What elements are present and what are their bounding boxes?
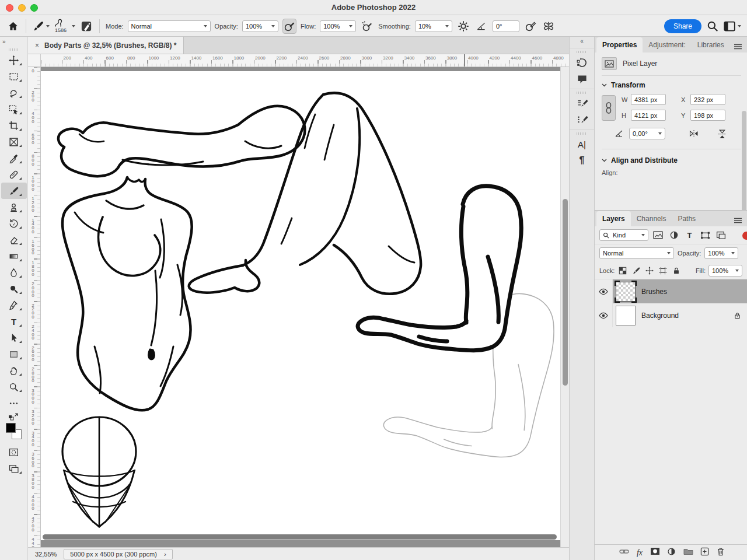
delete-layer-button[interactable] [717, 547, 725, 558]
quick-mask-button[interactable] [1, 444, 27, 460]
zoom-window-button[interactable] [30, 4, 38, 12]
tool-rectangular-marquee[interactable] [1, 68, 27, 85]
tools-grip[interactable] [9, 48, 19, 51]
smoothing-options-button[interactable] [456, 19, 470, 34]
tool-crop[interactable] [1, 117, 27, 134]
filter-kind-select[interactable]: Kind [599, 229, 648, 241]
visibility-cell[interactable] [595, 279, 613, 303]
fill-select[interactable]: 100% [708, 265, 742, 276]
tool-gradient[interactable] [1, 248, 27, 264]
x-input[interactable]: 232 px [690, 94, 725, 105]
tab-layers[interactable]: Layers [596, 211, 631, 226]
tool-eyedropper[interactable] [1, 150, 27, 166]
search-button[interactable] [706, 19, 720, 34]
horizontal-ruler[interactable]: 2004006008001000120014001600180020002200… [41, 54, 569, 67]
workspace-switcher[interactable] [724, 19, 741, 34]
tool-type[interactable]: T [1, 313, 27, 330]
lock-position-button[interactable] [644, 265, 655, 276]
layer-name[interactable]: Brushes [641, 288, 741, 296]
filter-toggle[interactable] [742, 232, 747, 240]
chevron-right-icon[interactable]: › [164, 551, 166, 558]
edit-toolbar-button[interactable] [1, 395, 27, 411]
minimize-window-button[interactable] [18, 4, 26, 12]
screen-mode-button[interactable] [1, 460, 27, 477]
tool-hand[interactable] [1, 362, 27, 379]
lock-transparency-button[interactable] [617, 265, 628, 276]
filter-shape-layers-button[interactable] [699, 229, 711, 242]
default-swap-colors[interactable] [1, 411, 27, 422]
tools-collapse-button[interactable]: » [0, 38, 27, 47]
tool-dodge[interactable] [1, 281, 27, 297]
brush-tool-preset-button[interactable] [32, 19, 50, 34]
transform-section-header[interactable]: Transform [602, 81, 741, 89]
tool-frame[interactable] [1, 134, 27, 150]
filter-type-layers-button[interactable]: T [683, 229, 696, 242]
layer-opacity-select[interactable]: 100% [704, 247, 738, 259]
ruler-corner[interactable] [28, 54, 41, 67]
home-button[interactable] [6, 19, 20, 34]
panel-menu-button[interactable] [734, 41, 742, 52]
filter-smart-objects-button[interactable] [715, 229, 727, 242]
document-info[interactable]: 5000 px x 4500 px (300 ppcm) › [64, 549, 172, 559]
tab-adjustments[interactable]: Adjustment: [643, 37, 691, 52]
vertical-ruler[interactable]: 02 0 04 0 06 0 08 0 01 0 0 01 2 0 01 4 0… [28, 67, 41, 547]
filter-pixel-layers-button[interactable] [652, 229, 664, 242]
comments-panel-button[interactable] [572, 71, 592, 87]
canvas-page[interactable] [41, 71, 560, 540]
visibility-cell[interactable] [595, 303, 613, 327]
filter-adjustment-layers-button[interactable] [668, 229, 680, 242]
brush-preset-picker[interactable]: 1586 [54, 19, 68, 34]
canvas[interactable] [41, 67, 560, 547]
blend-mode-select[interactable]: Normal [128, 20, 211, 32]
symmetry-button[interactable] [542, 19, 556, 34]
panel-grip[interactable] [577, 132, 587, 135]
add-adjustment-layer-button[interactable] [667, 547, 676, 558]
brush-angle-input[interactable]: 0° [493, 20, 519, 32]
history-panel-button[interactable] [572, 54, 592, 71]
tool-history-brush[interactable] [1, 215, 27, 232]
layer-blend-mode-select[interactable]: Normal [599, 247, 674, 259]
tool-pen[interactable] [1, 297, 27, 313]
tool-zoom[interactable] [1, 379, 27, 395]
brushes-panel-button[interactable] [572, 111, 592, 128]
brush-angle-control[interactable] [474, 19, 488, 34]
tool-move[interactable] [1, 52, 27, 68]
layer-name[interactable]: Background [641, 312, 728, 320]
tool-rectangle-shape[interactable] [1, 346, 27, 362]
foreground-color-swatch[interactable] [6, 423, 16, 433]
layer-thumbnail[interactable] [616, 306, 636, 326]
width-input[interactable]: 4381 px [631, 94, 666, 105]
panel-menu-button[interactable] [734, 215, 742, 226]
panels-collapse-button[interactable]: « [570, 38, 594, 46]
lock-artboard-button[interactable] [658, 265, 668, 276]
layer-body[interactable]: Brushes [613, 279, 747, 303]
character-panel-button[interactable]: A| [572, 136, 592, 152]
y-input[interactable]: 198 px [690, 110, 725, 121]
panel-grip[interactable] [577, 51, 587, 53]
opacity-select[interactable]: 100% [242, 20, 278, 32]
close-tab-icon[interactable]: × [35, 41, 39, 50]
tool-object-selection[interactable] [1, 101, 27, 117]
tool-eraser[interactable] [1, 232, 27, 248]
new-layer-button[interactable] [700, 547, 709, 558]
tab-channels[interactable]: Channels [631, 211, 672, 226]
align-section-header[interactable]: Align and Distribute [602, 149, 741, 164]
toggle-brush-settings-button[interactable] [79, 19, 93, 34]
tool-path-selection[interactable] [1, 330, 27, 346]
link-layers-button[interactable] [619, 547, 629, 558]
lock-all-button[interactable] [671, 265, 682, 276]
close-window-button[interactable] [6, 4, 13, 12]
tool-brush[interactable] [1, 183, 27, 199]
flow-select[interactable]: 100% [320, 20, 356, 32]
tool-clone-stamp[interactable] [1, 199, 27, 215]
rotation-select[interactable]: 0,00° [629, 128, 665, 139]
layer-body[interactable]: Background [613, 303, 747, 327]
vertical-scrollbar[interactable] [560, 67, 569, 547]
new-group-button[interactable] [683, 547, 693, 558]
smoothing-select[interactable]: 10% [415, 20, 452, 32]
tab-libraries[interactable]: Libraries [692, 37, 730, 52]
horizontal-scrollbar-thumb[interactable] [43, 534, 557, 540]
lock-pixels-button[interactable] [631, 265, 641, 276]
zoom-level[interactable]: 32,55% [35, 551, 57, 558]
vertical-scrollbar-thumb[interactable] [563, 199, 568, 386]
